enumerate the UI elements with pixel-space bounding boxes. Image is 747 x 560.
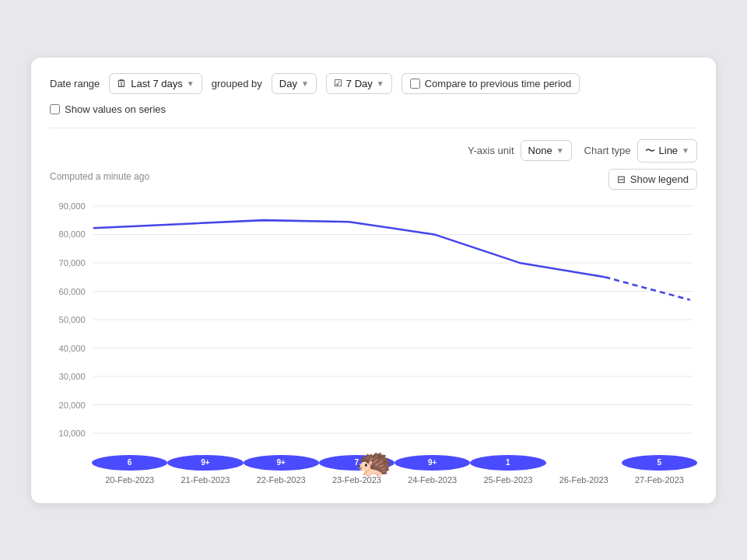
chart-type-label: Chart type xyxy=(584,145,631,156)
x-label-6: 26-Feb-2023 xyxy=(546,475,622,485)
date-range-dropdown[interactable]: 🗓 Last 7 days ▼ xyxy=(109,73,202,94)
svg-text:40,000: 40,000 xyxy=(59,343,86,352)
date-range-value: Last 7 days xyxy=(131,78,183,89)
badge-5[interactable]: 1 xyxy=(470,455,545,471)
chart-type-dropdown[interactable]: 〜 Line ▼ xyxy=(637,139,697,163)
svg-text:60,000: 60,000 xyxy=(59,286,86,296)
badge-wrap-5: 1 xyxy=(470,455,545,471)
show-legend-button[interactable]: ⊟ Show legend xyxy=(608,169,697,190)
svg-text:30,000: 30,000 xyxy=(59,372,86,381)
compare-checkbox[interactable] xyxy=(410,79,420,89)
svg-text:90,000: 90,000 xyxy=(59,201,86,210)
y-axis-control: Y-axis unit None ▼ xyxy=(468,140,571,161)
hedgehog-mascot: 🦔 xyxy=(356,447,392,477)
rolling-dropdown[interactable]: ☑ 7 Day ▼ xyxy=(326,73,392,94)
date-range-label: Date range xyxy=(50,78,100,89)
main-card: Date range 🗓 Last 7 days ▼ grouped by Da… xyxy=(31,58,716,503)
divider xyxy=(50,128,697,128)
x-label-1: 21-Feb-2023 xyxy=(167,475,243,485)
show-values-checkbox[interactable] xyxy=(50,104,60,114)
svg-text:70,000: 70,000 xyxy=(59,257,86,267)
badge-wrap-4: 9+ xyxy=(395,455,470,471)
y-axis-dropdown[interactable]: None ▼ xyxy=(521,140,572,161)
badge-wrap-0: 6 xyxy=(92,455,167,471)
show-values-text: Show values on series xyxy=(65,103,166,115)
x-label-4: 24-Feb-2023 xyxy=(395,475,470,485)
chart-area: Computed a minute ago ⊟ Show legend 90,0… xyxy=(50,169,697,485)
dashed-line xyxy=(605,277,690,299)
show-values-label[interactable]: Show values on series xyxy=(50,103,166,115)
x-label-5: 25-Feb-2023 xyxy=(470,475,545,485)
badge-wrap-6 xyxy=(546,455,622,471)
svg-text:50,000: 50,000 xyxy=(59,315,86,324)
x-label-2: 22-Feb-2023 xyxy=(244,475,319,485)
badge-wrap-2: 9+ xyxy=(244,455,319,471)
badge-1[interactable]: 9+ xyxy=(167,455,243,471)
legend-icon: ⊟ xyxy=(617,173,626,185)
show-legend-label: Show legend xyxy=(630,173,689,185)
y-axis-label: Y-axis unit xyxy=(468,145,514,156)
chevron-down-icon: ▼ xyxy=(187,79,195,88)
x-label-0: 20-Feb-2023 xyxy=(92,475,167,485)
badge-wrap-7: 5 xyxy=(622,455,697,471)
svg-text:80,000: 80,000 xyxy=(59,229,86,239)
toolbar-row1: Date range 🗓 Last 7 days ▼ grouped by Da… xyxy=(50,73,697,94)
computed-text: Computed a minute ago xyxy=(50,171,149,182)
calendar-icon: 🗓 xyxy=(117,78,127,89)
toolbar-row2: Show values on series xyxy=(50,103,697,115)
chart-controls: Y-axis unit None ▼ Chart type 〜 Line ▼ xyxy=(50,139,697,163)
badge-7[interactable]: 5 xyxy=(622,455,697,471)
x-label-7: 27-Feb-2023 xyxy=(622,475,697,485)
badge-4[interactable]: 9+ xyxy=(395,455,470,471)
chart-type-value: Line xyxy=(659,145,679,156)
badge-0[interactable]: 6 xyxy=(92,455,167,471)
chart-svg: 90,000 80,000 70,000 60,000 50,000 40,00… xyxy=(50,189,697,453)
badge-2[interactable]: 9+ xyxy=(244,455,319,471)
line-icon: 〜 xyxy=(645,144,655,158)
chevron-down-icon4: ▼ xyxy=(556,146,564,155)
rolling-value: 7 Day xyxy=(346,78,373,89)
chevron-down-icon5: ▼ xyxy=(682,146,689,155)
svg-text:20,000: 20,000 xyxy=(59,400,86,409)
grouped-by-label: grouped by xyxy=(212,78,262,89)
check-icon: ☑ xyxy=(334,78,342,89)
svg-text:10,000: 10,000 xyxy=(59,429,86,438)
chevron-down-icon3: ▼ xyxy=(377,79,384,88)
group-value: Day xyxy=(279,78,297,89)
badge-wrap-1: 9+ xyxy=(167,455,243,471)
group-by-dropdown[interactable]: Day ▼ xyxy=(272,73,317,94)
chart-wrap: 90,000 80,000 70,000 60,000 50,000 40,00… xyxy=(50,189,697,453)
chart-type-control: Chart type 〜 Line ▼ xyxy=(584,139,697,163)
y-axis-value: None xyxy=(528,145,552,156)
compare-label-text: Compare to previous time period xyxy=(425,78,572,89)
compare-checkbox-label[interactable]: Compare to previous time period xyxy=(402,73,580,94)
solid-line xyxy=(93,220,605,277)
chevron-down-icon2: ▼ xyxy=(301,79,309,88)
